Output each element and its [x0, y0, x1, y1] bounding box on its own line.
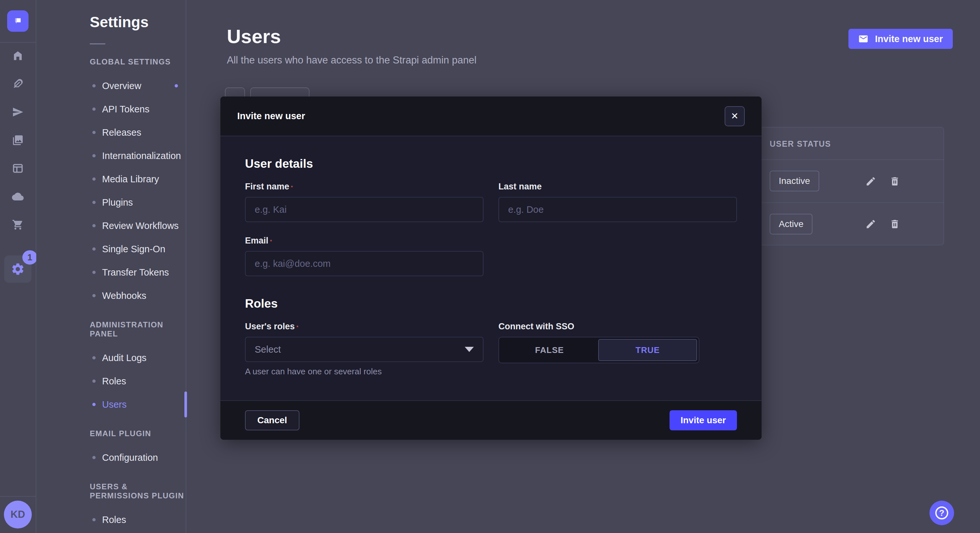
modal-title: Invite new user — [237, 111, 305, 121]
invite-new-user-modal: Invite new user ✕ User details First nam… — [220, 97, 762, 440]
user-details-heading: User details — [245, 157, 737, 171]
users-roles-field-group: User's roles* Select A user can have one… — [245, 322, 484, 377]
sso-field-group: Connect with SSO FALSE TRUE — [498, 322, 737, 377]
users-roles-select[interactable]: Select — [245, 337, 484, 362]
last-name-input[interactable] — [498, 197, 737, 222]
modal-header: Invite new user ✕ — [220, 97, 762, 136]
required-asterisk: * — [296, 325, 299, 330]
first-name-field-group: First name* — [245, 182, 484, 222]
email-field-group: Email* — [245, 236, 484, 276]
users-roles-hint: A user can have one or several roles — [245, 366, 484, 377]
sso-toggle-false[interactable]: FALSE — [501, 339, 598, 361]
required-asterisk: * — [270, 239, 272, 244]
sso-toggle-true[interactable]: TRUE — [598, 339, 697, 361]
sso-toggle: FALSE TRUE — [498, 337, 699, 363]
name-fields-row: First name* Last name — [245, 182, 737, 222]
close-icon[interactable]: ✕ — [725, 106, 745, 126]
sso-label: Connect with SSO — [498, 322, 574, 331]
roles-row: User's roles* Select A user can have one… — [245, 322, 737, 377]
chevron-down-icon — [465, 347, 474, 352]
modal-footer: Cancel Invite user — [220, 400, 762, 440]
last-name-label: Last name — [498, 182, 542, 191]
last-name-field-group: Last name — [498, 182, 737, 222]
email-input[interactable] — [245, 251, 484, 276]
roles-heading: Roles — [245, 297, 737, 311]
strapi-admin-screen: 1 KD Settings GLOBAL SETTINGS Overview A… — [0, 0, 980, 533]
users-roles-label: User's roles — [245, 322, 295, 331]
required-asterisk: * — [291, 185, 293, 190]
first-name-input[interactable] — [245, 197, 484, 222]
invite-user-submit-button[interactable]: Invite user — [670, 410, 737, 430]
select-placeholder: Select — [255, 344, 281, 355]
modal-body: User details First name* Last name Email… — [220, 136, 762, 377]
email-label: Email — [245, 236, 268, 246]
first-name-label: First name — [245, 182, 290, 191]
cancel-button[interactable]: Cancel — [245, 410, 299, 430]
